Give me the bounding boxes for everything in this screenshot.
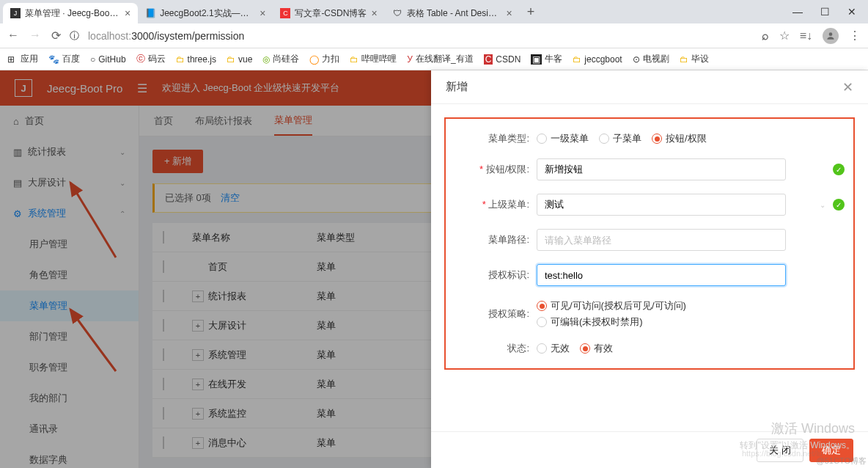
- star-icon[interactable]: ☆: [779, 29, 790, 43]
- profile-avatar-icon[interactable]: [823, 28, 839, 44]
- bookmark-item[interactable]: У在线翻译_有道: [407, 53, 473, 65]
- bookmark-folder[interactable]: 🗀three.js: [176, 54, 216, 65]
- btn-perm-input[interactable]: [537, 158, 786, 180]
- label-menu-type: 菜单类型:: [456, 132, 537, 145]
- tab-icon: C: [280, 8, 290, 18]
- window-close-icon[interactable]: ✕: [847, 6, 856, 18]
- bookmark-item[interactable]: ⊙电视剧: [633, 53, 669, 65]
- bookmark-folder[interactable]: 🗀jeccgboot: [573, 54, 622, 65]
- label-status: 状态:: [456, 342, 537, 355]
- browser-tab-active[interactable]: J 菜单管理 · Jeecg-Boot 企业级快 ×: [3, 3, 138, 23]
- radio-button-perm[interactable]: 按钮/权限: [652, 132, 707, 145]
- bookmark-icon: ○: [90, 54, 95, 65]
- tab-title: 表格 Table - Ant Design Vue: [407, 7, 502, 20]
- tab-title: 写文章-CSDN博客: [295, 7, 367, 20]
- bookmark-icon: ◎: [262, 54, 270, 65]
- nav-back-icon[interactable]: ←: [7, 29, 19, 43]
- url-field[interactable]: localhost:3000/isystem/permission: [88, 30, 753, 42]
- drawer-header: 新增 ✕: [431, 70, 868, 104]
- label-parent: 上级菜单:: [456, 198, 537, 211]
- check-icon: ✓: [833, 164, 845, 175]
- nav-reload-icon[interactable]: ⟳: [51, 29, 61, 43]
- radio-level1[interactable]: 一级菜单: [537, 132, 589, 145]
- bookmark-folder[interactable]: 🗀毕设: [680, 53, 709, 65]
- browser-tab[interactable]: 📘 JeecgBoot2.1实战—快速入门教 ×: [138, 3, 273, 23]
- check-icon: ✓: [833, 199, 845, 211]
- address-bar: ← → ⟳ ⓘ localhost:3000/isystem/permissio…: [0, 23, 868, 48]
- bookmark-item[interactable]: ▣牛客: [531, 53, 562, 65]
- bookmark-item[interactable]: ○GitHub: [90, 54, 126, 65]
- tab-close-icon[interactable]: ×: [125, 7, 130, 19]
- label-btn-perm: 按钮/权限:: [456, 163, 537, 176]
- reader-icon[interactable]: ≡↓: [800, 29, 812, 43]
- tab-close-icon[interactable]: ×: [507, 7, 512, 19]
- radio-visible[interactable]: 可见/可访问(授权后可见/可访问): [537, 299, 686, 312]
- label-auth-code: 授权标识:: [456, 268, 537, 282]
- label-path: 菜单路径:: [456, 233, 537, 246]
- tab-icon: 📘: [145, 8, 155, 18]
- radio-submenu[interactable]: 子菜单: [599, 132, 641, 145]
- radio-editable[interactable]: 可编辑(未授权时禁用): [537, 315, 643, 329]
- parent-menu-select[interactable]: [537, 194, 786, 216]
- bookmark-folder[interactable]: 🗀哔哩哔哩: [350, 53, 397, 65]
- folder-icon: 🗀: [680, 54, 688, 65]
- browser-tab[interactable]: 🛡 表格 Table - Ant Design Vue ×: [385, 3, 520, 23]
- browser-tab[interactable]: C 写文章-CSDN博客 ×: [273, 3, 384, 23]
- auth-code-input[interactable]: [537, 264, 786, 286]
- bookmarks-bar: ⊞应用 🐾百度 ○GitHub ⓒ码云 🗀three.js 🗀vue ◎尚硅谷 …: [0, 48, 868, 70]
- svg-point-0: [829, 32, 833, 36]
- folder-icon: 🗀: [176, 54, 185, 65]
- bookmark-apps[interactable]: ⊞应用: [7, 53, 38, 65]
- window-minimize-icon[interactable]: —: [792, 6, 803, 18]
- tab-icon: 🛡: [392, 8, 402, 18]
- tab-icon: J: [10, 8, 21, 18]
- bookmark-icon: ▣: [531, 54, 542, 65]
- tab-title: JeecgBoot2.1实战—快速入门教: [160, 7, 255, 20]
- bookmark-icon: ⊙: [633, 54, 640, 65]
- bookmark-item[interactable]: CCSDN: [484, 54, 521, 65]
- bookmark-folder[interactable]: 🗀vue: [227, 54, 252, 65]
- bookmark-icon: ◯: [309, 54, 319, 65]
- form-container: 菜单类型: 一级菜单 子菜单 按钮/权限 按钮/权限: ✓ 上级菜单:: [444, 117, 855, 370]
- bookmark-icon: 🐾: [48, 54, 59, 65]
- tab-close-icon[interactable]: ×: [260, 7, 265, 19]
- folder-icon: 🗀: [227, 54, 235, 65]
- nav-forward-icon: →: [29, 29, 41, 43]
- folder-icon: 🗀: [350, 54, 358, 65]
- bookmark-item[interactable]: ◯力扣: [309, 53, 339, 65]
- bookmark-item[interactable]: ⓒ码云: [136, 53, 166, 65]
- apps-icon: ⊞: [7, 54, 18, 65]
- csdn-watermark: https://blog.csdn.net/lu: [742, 449, 823, 458]
- site-info-icon[interactable]: ⓘ: [70, 29, 79, 43]
- tab-title: 菜单管理 · Jeecg-Boot 企业级快: [25, 7, 120, 20]
- menu-path-input[interactable]: [537, 229, 786, 251]
- tab-close-icon[interactable]: ×: [371, 7, 377, 19]
- key-icon[interactable]: ⌕: [762, 29, 769, 43]
- folder-icon: 🗀: [573, 54, 581, 65]
- chevron-down-icon: ⌄: [820, 201, 825, 209]
- browser-menu-icon[interactable]: ⋮: [849, 29, 861, 43]
- window-maximize-icon[interactable]: ☐: [820, 6, 830, 18]
- bookmark-icon: У: [407, 54, 413, 65]
- radio-valid[interactable]: 有效: [580, 342, 613, 355]
- bookmark-item[interactable]: 🐾百度: [48, 53, 80, 65]
- radio-invalid[interactable]: 无效: [537, 342, 570, 355]
- windows-watermark: 激活 Windows: [771, 420, 855, 437]
- new-tab-button[interactable]: +: [520, 4, 542, 20]
- browser-tab-strip: J 菜单管理 · Jeecg-Boot 企业级快 × 📘 JeecgBoot2.…: [0, 0, 868, 23]
- bookmark-icon: ⓒ: [136, 53, 145, 65]
- drawer-close-icon[interactable]: ✕: [842, 79, 853, 95]
- url-path: 3000/isystem/permission: [131, 30, 244, 42]
- bookmark-icon: C: [484, 54, 493, 65]
- bookmark-item[interactable]: ◎尚硅谷: [262, 53, 299, 65]
- label-auth-policy: 授权策略:: [456, 307, 537, 321]
- url-host: localhost:: [88, 30, 131, 42]
- add-menu-drawer: 新增 ✕ 菜单类型: 一级菜单 子菜单 按钮/权限 按钮/权限: ✓: [431, 70, 868, 468]
- blog-watermark: @51CTO博客: [817, 456, 867, 467]
- drawer-title: 新增: [446, 80, 468, 94]
